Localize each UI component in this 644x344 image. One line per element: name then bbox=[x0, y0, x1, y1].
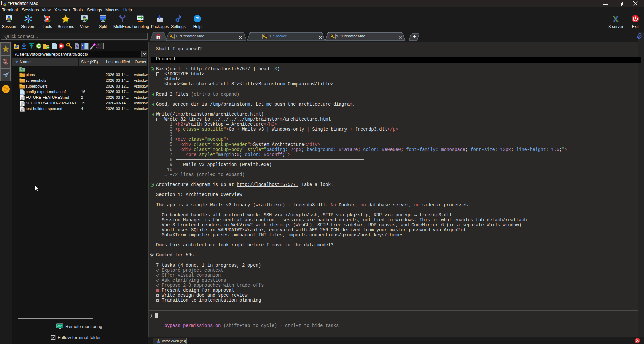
svg-text:>_: >_ bbox=[2, 1, 5, 3]
svg-text:?: ? bbox=[196, 16, 199, 21]
svg-text:>: > bbox=[98, 44, 99, 46]
svg-text:A: A bbox=[75, 44, 78, 49]
